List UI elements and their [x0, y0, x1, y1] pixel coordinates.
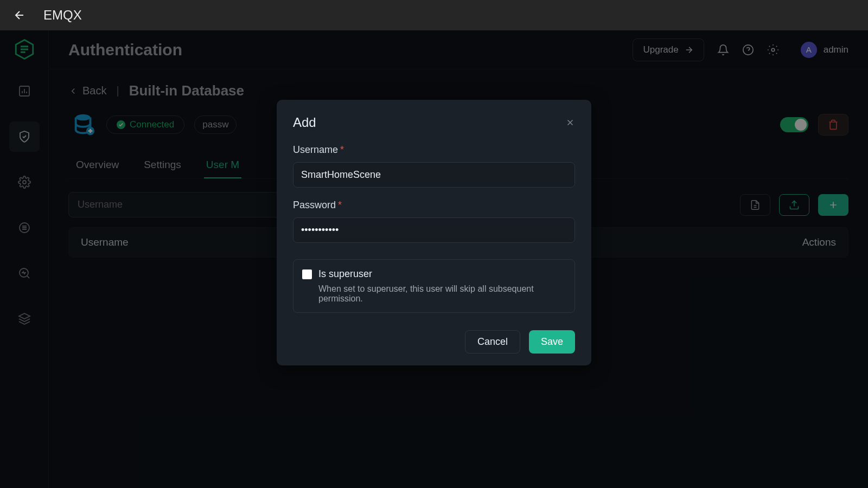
superuser-box: Is superuser When set to superuser, this… [293, 259, 575, 313]
modal-title: Add [293, 115, 316, 130]
username-field[interactable] [293, 162, 575, 188]
password-field[interactable] [293, 217, 575, 243]
arrow-left-icon [13, 9, 26, 22]
add-user-modal: Add Username* Password* Is superuser Whe… [277, 100, 591, 365]
superuser-checkbox[interactable] [302, 269, 312, 279]
superuser-description: When set to superuser, this user will sk… [318, 284, 566, 304]
os-back-button[interactable] [13, 9, 26, 22]
cancel-button[interactable]: Cancel [465, 330, 520, 354]
save-button[interactable]: Save [529, 330, 575, 354]
os-title-bar: EMQX [0, 0, 868, 30]
password-label: Password* [293, 200, 575, 211]
username-label: Username* [293, 144, 575, 156]
os-app-title: EMQX [43, 8, 82, 23]
close-button[interactable] [565, 118, 575, 127]
close-icon [565, 118, 575, 127]
superuser-label: Is superuser [318, 268, 372, 280]
